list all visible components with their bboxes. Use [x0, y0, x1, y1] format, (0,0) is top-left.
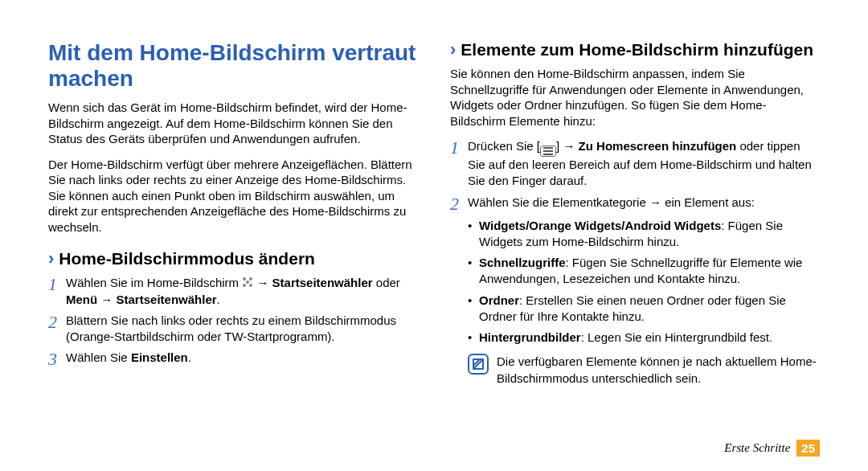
page: Mit dem Home-Bildschirm vertraut machen …	[48, 40, 820, 455]
para-r1: Sie können den Home-Bildschirm anpassen,…	[450, 66, 820, 129]
bullet-widgets: • Widgets/Orange Widgets/Android Widgets…	[468, 218, 820, 251]
page-number: 25	[796, 440, 820, 457]
step-3: 3 Wählen Sie Einstellen.	[48, 350, 418, 368]
step-body: Blättern Sie nach links oder rechts zu e…	[66, 313, 418, 346]
para-1: Wenn sich das Gerät im Home-Bildschirm b…	[48, 100, 418, 147]
right-column: › Elemente zum Home-Bildschirm hinzufüge…	[450, 40, 820, 455]
step-number: 2	[450, 195, 468, 213]
step-body: Wählen Sie die Elementkategorie → ein El…	[468, 195, 820, 211]
bullet-dot: •	[468, 330, 479, 346]
footer: Erste Schritte 25	[724, 440, 820, 457]
menu-icon	[540, 145, 556, 157]
step-number: 3	[48, 350, 66, 368]
bullet-list: • Widgets/Orange Widgets/Android Widgets…	[468, 218, 820, 351]
subheading-change-mode: › Home-Bildschirmmodus ändern	[48, 249, 418, 268]
step-body: Drücken Sie [] → Zu Homescreen hinzufüge…	[468, 138, 820, 190]
step-number: 1	[450, 139, 468, 157]
bullet-shortcuts: • Schnellzugriffe: Fügen Sie Schnellzugr…	[468, 255, 820, 288]
step-number: 2	[48, 313, 66, 331]
apps-icon	[242, 276, 253, 288]
note-icon	[468, 354, 489, 375]
footer-section: Erste Schritte	[724, 441, 790, 455]
chevron-icon: ›	[48, 250, 54, 268]
subheading-text: Elemente zum Home-Bildschirm hinzufügen	[461, 40, 813, 59]
subheading-add-elements: › Elemente zum Home-Bildschirm hinzufüge…	[450, 40, 820, 59]
chevron-icon: ›	[450, 41, 456, 59]
section-title: Mit dem Home-Bildschirm vertraut machen	[48, 40, 418, 92]
step-r1: 1 Drücken Sie [] → Zu Homescreen hinzufü…	[450, 138, 820, 190]
step-2: 2 Blättern Sie nach links oder rechts zu…	[48, 313, 418, 346]
step-1: 1 Wählen Sie im Home-Bildschirm → Starts…	[48, 275, 418, 308]
step-body: Wählen Sie Einstellen.	[66, 350, 418, 366]
bullet-wallpapers: • Hintergrundbilder: Legen Sie ein Hinte…	[468, 330, 820, 346]
left-column: Mit dem Home-Bildschirm vertraut machen …	[48, 40, 418, 455]
note-text: Die verfügbaren Elemente können je nach …	[497, 354, 820, 387]
bullet-dot: •	[468, 218, 479, 234]
subheading-text: Home-Bildschirmmodus ändern	[59, 249, 315, 268]
step-body: Wählen Sie im Home-Bildschirm → Startsei…	[66, 275, 418, 308]
bullet-folders: • Ordner: Erstellen Sie einen neuen Ordn…	[468, 293, 820, 326]
bullet-dot: •	[468, 293, 479, 309]
bullet-dot: •	[468, 255, 479, 271]
step-number: 1	[48, 276, 66, 293]
step-r2: 2 Wählen Sie die Elementkategorie → ein …	[450, 195, 820, 213]
para-2: Der Home-Bildschirm verfügt über mehrere…	[48, 157, 418, 236]
note: Die verfügbaren Elemente können je nach …	[468, 354, 820, 387]
